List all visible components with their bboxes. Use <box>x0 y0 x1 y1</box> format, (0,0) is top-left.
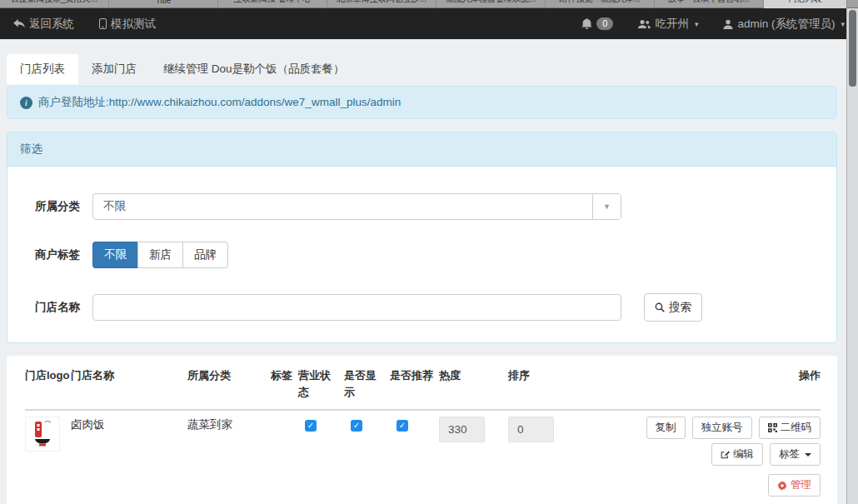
info-icon: i <box>20 97 32 109</box>
tag-label: 标签 <box>779 448 800 461</box>
browser-tab-label: 互联新闻报 管理中心 <box>234 0 312 5</box>
tag-option-all[interactable]: 不限 <box>92 242 137 268</box>
tag-option-new[interactable]: 新店 <box>137 242 182 268</box>
table-row: 卤肉饭 蔬菜到家 ✓ ✓ ✓ 复制 独立账号 二维码 编辑 标签 <box>25 411 821 504</box>
browser-tab[interactable]: 互联新闻报 管理中心 <box>218 0 327 8</box>
browser-tab[interactable]: Title <box>109 0 218 8</box>
browser-tab-label: 故事 - 云双十自营明... <box>668 0 749 5</box>
store-name-filter-label: 门店名称 <box>20 300 80 315</box>
tag-button-group: 不限 新店 品牌 <box>92 242 228 268</box>
edit-button[interactable]: 编辑 <box>711 443 763 466</box>
browser-tab-label: 北京卓博互联网创业沙... <box>337 0 427 5</box>
main-content: 门店列表 添加门店 继续管理 Dou是勒个饭（品质套餐） i 商户登陆地址:ht… <box>7 54 837 504</box>
browser-tab-active[interactable]: 门店列表 <box>764 0 847 8</box>
sort-input[interactable] <box>508 417 554 442</box>
header-tag: 标签 <box>271 367 298 384</box>
browser-tab-strip: 百度新闻搜索_页用天... Title 互联新闻报 管理中心 北京卓博互联网创业… <box>0 0 858 8</box>
browser-tab[interactable]: 百度新闻搜索_页用天... <box>0 0 109 8</box>
account-label: 独立账号 <box>701 422 743 434</box>
qrcode-label: 二维码 <box>781 422 812 434</box>
recommended-checkbox[interactable]: ✓ <box>397 420 408 432</box>
tag-dropdown-button[interactable]: 标签 <box>770 443 821 466</box>
user-icon <box>723 19 733 29</box>
tag-filter-label: 商户标签 <box>20 247 80 262</box>
browser-tab-label: 百度新闻搜索_页用天... <box>11 0 97 5</box>
notifications-button[interactable]: 0 <box>581 17 613 30</box>
header-recommended: 是否推荐 <box>390 367 439 384</box>
browser-tab[interactable]: 物流入库检验管理系统... <box>436 0 546 8</box>
browser-tab-label: 门店列表 <box>789 0 822 5</box>
simulate-test-label: 模拟测试 <box>111 17 156 32</box>
select-dropdown-button[interactable]: ▼ <box>592 194 621 219</box>
heat-input[interactable] <box>439 417 485 442</box>
edit-icon <box>721 450 730 459</box>
store-logo-image <box>25 417 60 452</box>
store-category: 蔬菜到家 <box>187 417 271 433</box>
chevron-down-icon: ▾ <box>841 20 845 28</box>
reply-icon <box>13 19 25 29</box>
chevron-down-icon: ▼ <box>603 202 611 211</box>
back-to-system-label: 返回系统 <box>29 17 74 32</box>
header-sort: 排序 <box>508 367 591 384</box>
independent-account-button[interactable]: 独立账号 <box>692 417 752 439</box>
header-open-status: 营业状态 <box>298 367 344 401</box>
tab-add-store[interactable]: 添加门店 <box>78 54 150 84</box>
scrollbar-thumb[interactable] <box>849 10 856 87</box>
copy-label: 复制 <box>656 422 676 434</box>
browser-tab[interactable]: 故事 - 云双十自营明... <box>655 0 764 8</box>
qrcode-button[interactable]: 二维码 <box>759 417 821 439</box>
user-menu[interactable]: admin (系统管理员) ▾ <box>723 17 845 32</box>
browser-tab[interactable]: 附件预览 - 物流入库... <box>546 0 655 8</box>
browser-tab-label: 物流入库检验管理系统... <box>446 0 536 5</box>
header-store-name: 门店名称 <box>71 367 187 384</box>
top-navbar: 返回系统 模拟测试 0 吃开州 ▾ admin (系统管理员) ▾ <box>0 8 858 39</box>
page-tabs: 门店列表 添加门店 继续管理 Dou是勒个饭（品质套餐） <box>7 54 837 84</box>
merchant-menu[interactable]: 吃开州 ▾ <box>638 17 698 32</box>
category-select[interactable]: 不限 ▼ <box>92 193 621 220</box>
merchant-login-url: 商户登陆地址:http://www.chikaizhou.com/addons/… <box>38 95 401 110</box>
browser-tab-label: Title <box>156 0 172 5</box>
manage-button[interactable]: 管理 <box>768 474 821 497</box>
tab-continue-manage[interactable]: 继续管理 Dou是勒个饭（品质套餐） <box>150 54 358 84</box>
search-button-label: 搜索 <box>669 300 691 315</box>
category-filter-label: 所属分类 <box>20 199 80 214</box>
header-actions: 操作 <box>591 367 821 384</box>
visible-checkbox[interactable]: ✓ <box>351 420 362 432</box>
mobile-icon <box>99 18 107 29</box>
chevron-down-icon <box>805 453 811 457</box>
header-heat: 热度 <box>439 367 508 384</box>
search-button[interactable]: 搜索 <box>644 293 702 322</box>
scrollbar-track[interactable] <box>846 8 858 504</box>
browser-tab[interactable]: 北京卓博互联网创业沙... <box>327 0 436 8</box>
filter-panel: 筛选 所属分类 不限 ▼ 商户标签 不限 新店 品牌 门店名称 <box>7 132 837 343</box>
store-table-panel: 门店logo 门店名称 所属分类 标签 营业状态 是否显示 是否推荐 热度 排序… <box>7 356 837 504</box>
search-icon <box>655 302 665 312</box>
store-name-input[interactable] <box>92 294 621 321</box>
gear-icon <box>777 481 787 491</box>
merchant-label: 吃开州 <box>655 17 689 32</box>
filter-panel-title: 筛选 <box>7 132 836 167</box>
user-label: admin (系统管理员) <box>737 17 835 32</box>
header-category: 所属分类 <box>187 367 271 384</box>
chevron-down-icon: ▾ <box>695 20 699 28</box>
store-name: 卤肉饭 <box>71 417 187 433</box>
edit-label: 编辑 <box>733 448 754 461</box>
simulate-test-link[interactable]: 模拟测试 <box>99 17 156 32</box>
users-icon <box>638 19 651 29</box>
open-status-checkbox[interactable]: ✓ <box>305 420 317 432</box>
header-store-logo: 门店logo <box>25 367 71 384</box>
table-header-row: 门店logo 门店名称 所属分类 标签 营业状态 是否显示 是否推荐 热度 排序… <box>25 367 821 411</box>
copy-button[interactable]: 复制 <box>646 417 686 439</box>
browser-tab-strip-end <box>847 0 858 7</box>
tab-store-list[interactable]: 门店列表 <box>7 54 78 84</box>
food-logo-icon <box>27 419 57 449</box>
category-select-value: 不限 <box>93 199 592 214</box>
qrcode-icon <box>768 423 777 432</box>
back-to-system-link[interactable]: 返回系统 <box>13 17 74 32</box>
header-visible: 是否显示 <box>344 367 390 401</box>
manage-label: 管理 <box>791 479 811 492</box>
tag-option-brand[interactable]: 品牌 <box>182 242 228 268</box>
notification-badge: 0 <box>596 17 613 30</box>
browser-tab-label: 附件预览 - 物流入库... <box>559 0 640 5</box>
merchant-login-alert: i 商户登陆地址:http://www.chikaizhou.com/addon… <box>7 86 837 119</box>
